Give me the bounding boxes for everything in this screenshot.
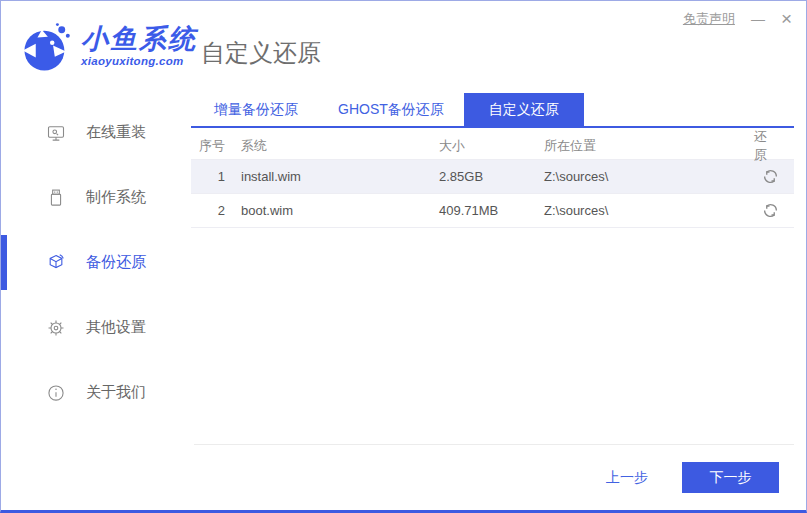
active-indicator — [1, 235, 7, 290]
backup-cube-icon — [46, 253, 66, 273]
info-icon — [46, 383, 66, 403]
col-header-no: 序号 — [196, 137, 241, 155]
monitor-icon — [46, 123, 66, 143]
footer-bar: 上一步 下一步 — [194, 444, 794, 510]
restore-icon[interactable] — [762, 202, 779, 219]
sidebar-item-label: 其他设置 — [86, 318, 146, 337]
cell-location: Z:\sources\ — [544, 169, 754, 184]
window-controls: 免责声明 — × — [683, 9, 792, 28]
minimize-icon[interactable]: — — [751, 12, 765, 26]
restore-icon[interactable] — [762, 168, 779, 185]
app-logo: 小鱼系统 xiaoyuxitong.com — [21, 21, 197, 75]
table-row: 1 install.wim 2.85GB Z:\sources\ — [191, 160, 794, 194]
sidebar-item-backup-restore[interactable]: 备份还原 — [1, 230, 191, 295]
main-content: 增量备份还原 GHOST备份还原 自定义还原 序号 系统 大小 所在位置 还原 … — [191, 87, 794, 510]
table-row: 2 boot.wim 409.71MB Z:\sources\ — [191, 194, 794, 228]
sidebar: 在线重装 制作系统 备份还原 其他设置 — [1, 87, 191, 510]
sidebar-item-other-settings[interactable]: 其他设置 — [1, 295, 191, 360]
sidebar-item-about-us[interactable]: 关于我们 — [1, 360, 191, 425]
cell-no: 2 — [196, 203, 241, 218]
col-header-size: 大小 — [439, 137, 544, 155]
page-title: 自定义还原 — [201, 37, 321, 69]
cell-no: 1 — [196, 169, 241, 184]
sidebar-item-label: 关于我们 — [86, 383, 146, 402]
backup-table: 序号 系统 大小 所在位置 还原 1 install.wim 2.85GB Z:… — [191, 128, 794, 228]
tab-incremental-backup-restore[interactable]: 增量备份还原 — [194, 93, 318, 126]
col-header-location: 所在位置 — [544, 137, 754, 155]
usb-icon — [46, 188, 66, 208]
cell-size: 409.71MB — [439, 203, 544, 218]
col-header-system: 系统 — [241, 137, 439, 155]
cell-system: boot.wim — [241, 203, 439, 218]
fish-logo-icon — [21, 21, 73, 75]
sidebar-item-label: 制作系统 — [86, 188, 146, 207]
sidebar-item-label: 在线重装 — [86, 123, 146, 142]
tab-bar: 增量备份还原 GHOST备份还原 自定义还原 — [191, 93, 794, 128]
gear-icon — [46, 318, 66, 338]
app-window: 免责声明 — × 小鱼系统 xiaoyuxitong.com 自定义还原 — [0, 0, 807, 513]
brand-title: 小鱼系统 — [81, 24, 197, 55]
cell-system: install.wim — [241, 169, 439, 184]
sidebar-item-label: 备份还原 — [86, 253, 146, 272]
prev-step-button[interactable]: 上一步 — [606, 469, 648, 487]
cell-location: Z:\sources\ — [544, 203, 754, 218]
sidebar-item-online-reinstall[interactable]: 在线重装 — [1, 100, 191, 165]
next-step-button[interactable]: 下一步 — [682, 462, 779, 493]
tab-custom-restore[interactable]: 自定义还原 — [464, 93, 584, 126]
disclaimer-link[interactable]: 免责声明 — [683, 10, 735, 28]
brand-domain: xiaoyuxitong.com — [81, 55, 197, 67]
close-icon[interactable]: × — [781, 9, 792, 28]
cell-size: 2.85GB — [439, 169, 544, 184]
col-header-restore: 还原 — [754, 128, 794, 164]
tab-ghost-backup-restore[interactable]: GHOST备份还原 — [318, 93, 464, 126]
table-header-row: 序号 系统 大小 所在位置 还原 — [191, 128, 794, 160]
brand-text: 小鱼系统 xiaoyuxitong.com — [81, 21, 197, 67]
sidebar-item-make-system[interactable]: 制作系统 — [1, 165, 191, 230]
